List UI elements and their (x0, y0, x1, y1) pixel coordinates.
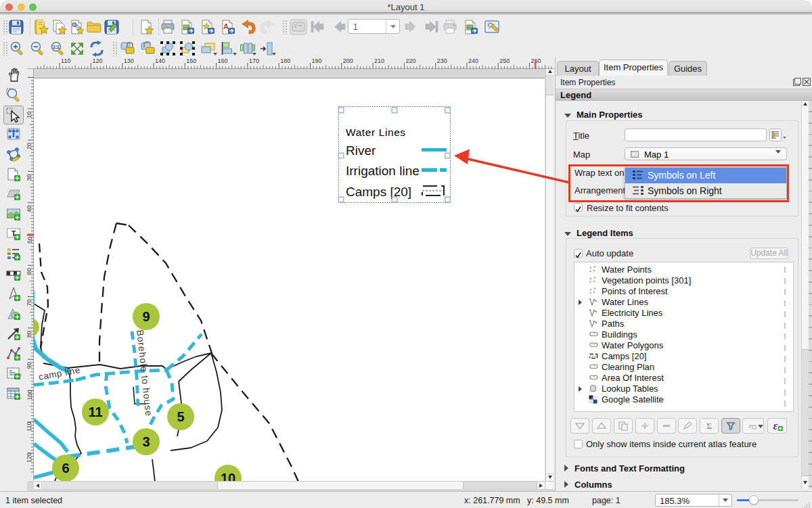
svg-text:3: 3 (142, 434, 150, 449)
svg-text:230: 230 (437, 57, 447, 64)
svg-text:210: 210 (374, 57, 384, 64)
svg-text:11: 11 (88, 405, 102, 419)
svg-text:150: 150 (186, 57, 196, 64)
svg-text:Camps [20]: Camps [20] (346, 185, 411, 199)
svg-text:10: 10 (221, 471, 235, 481)
svg-text:5: 5 (177, 409, 184, 424)
svg-text:100: 100 (27, 390, 33, 400)
svg-text:120: 120 (27, 453, 33, 463)
svg-text:6: 6 (62, 461, 69, 476)
svg-text:Σ: Σ (706, 421, 713, 431)
svg-text:220: 220 (405, 57, 415, 64)
svg-text:110: 110 (27, 421, 33, 431)
svg-text:160: 160 (218, 57, 228, 64)
svg-text:130: 130 (124, 57, 134, 64)
svg-text:250: 250 (499, 57, 510, 64)
svg-text:9: 9 (142, 309, 150, 324)
svg-text:190: 190 (312, 57, 322, 64)
svg-text:240: 240 (468, 57, 478, 64)
svg-text:River: River (346, 143, 376, 158)
svg-text:ε: ε (749, 421, 752, 430)
svg-text:Irrigation line: Irrigation line (346, 164, 420, 178)
svg-text:1:1: 1:1 (53, 45, 60, 49)
svg-text:140: 140 (155, 57, 165, 64)
svg-text:A: A (223, 22, 229, 30)
svg-text:200: 200 (343, 57, 353, 64)
svg-text:Water Lines: Water Lines (346, 126, 406, 138)
svg-text:180: 180 (280, 57, 290, 64)
svg-text:110: 110 (61, 57, 70, 64)
svg-text:ε: ε (773, 420, 778, 432)
svg-text:170: 170 (249, 57, 259, 64)
svg-text:120: 120 (92, 57, 102, 64)
